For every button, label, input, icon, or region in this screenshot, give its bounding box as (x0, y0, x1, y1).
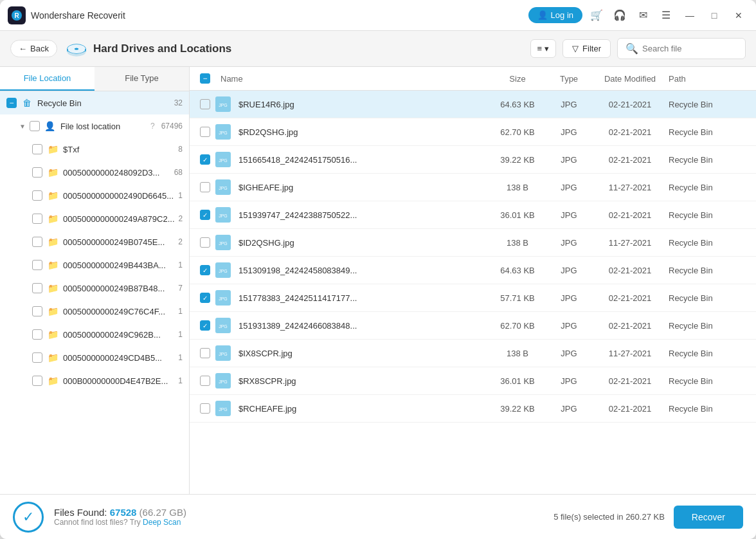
sidebar-item-checkbox-5[interactable] (32, 260, 42, 270)
folder-icon: 📁 (46, 166, 59, 179)
file-checkbox-10[interactable] (200, 376, 210, 386)
file-thumbnail: JPG (215, 262, 231, 278)
file-path: Recycle Bin (669, 376, 746, 386)
table-row[interactable]: JPG $RD2QSHG.jpg 62.70 KB JPG 02-21-2021… (190, 118, 756, 146)
table-row[interactable]: ✓ JPG 151939747_24242388750522... 36.01 … (190, 201, 756, 229)
table-row[interactable]: ✓ JPG 151309198_24242458083849... 64.63 … (190, 257, 756, 284)
sidebar-item[interactable]: 📁 00050000000249CD4B5... 1 (0, 346, 189, 369)
file-date: 02-21-2021 (591, 155, 669, 165)
file-checkbox-8[interactable]: ✓ (200, 320, 210, 331)
file-name: $RD2QSHG.jpg (236, 127, 489, 137)
file-thumbnail: JPG (215, 373, 231, 388)
file-size: 138 B (489, 238, 546, 248)
sidebar-item[interactable]: 📁 00050000000249C962B... 1 (0, 323, 189, 346)
headset-icon[interactable]: 🎧 (611, 6, 629, 24)
filter-icon: ▽ (572, 44, 579, 53)
titlebar-left: R Wondershare Recoverit (8, 6, 125, 24)
deep-scan-link[interactable]: Deep Scan (143, 518, 181, 527)
folder-icon: 📁 (46, 259, 59, 271)
file-checkbox-5[interactable] (200, 237, 210, 248)
minimize-button[interactable]: — (680, 6, 699, 25)
file-path: Recycle Bin (669, 321, 746, 331)
tab-file-location[interactable]: File Location (0, 67, 94, 91)
found-size: (66.27 GB) (140, 507, 186, 518)
login-button[interactable]: 👤 Log in (528, 7, 582, 23)
sidebar-item[interactable]: 📁 00050000000249B443BA... 1 (0, 253, 189, 277)
tab-file-type[interactable]: File Type (94, 67, 189, 91)
recover-button[interactable]: Recover (674, 506, 743, 529)
sidebar-item-checkbox-0[interactable] (32, 144, 42, 154)
sidebar-item[interactable]: 📁 00050000000002490D6645... 1 (0, 184, 189, 207)
table-row[interactable]: JPG $ID2QSHG.jpg 138 B JPG 11-27-2021 Re… (190, 229, 756, 257)
cart-icon[interactable]: 🛒 (588, 6, 606, 24)
search-box[interactable]: 🔍 (617, 38, 746, 59)
mail-icon[interactable]: ✉ (634, 6, 652, 24)
toolbar-title: Hard Drives and Locations (65, 37, 523, 60)
filter-button[interactable]: ▽ Filter (562, 39, 611, 58)
sidebar-item-label: 00050000000249B443BA... (63, 260, 174, 270)
col-header-size: Size (489, 74, 546, 84)
table-row[interactable]: ✓ JPG 151665418_24242451750516... 39.22 … (190, 146, 756, 174)
file-checkbox-3[interactable] (200, 182, 210, 192)
sidebar-item-checkbox-10[interactable] (32, 376, 42, 386)
file-lost-location-item[interactable]: ▼ 👤 File lost location ? 67496 (0, 114, 189, 138)
sidebar-item-count: 68 (174, 168, 183, 177)
sidebar-item[interactable]: 📁 00050000000249C76C4F... 1 (0, 300, 189, 323)
sidebar-item[interactable]: 📁 $Txf 8 (0, 138, 189, 161)
view-toggle-button[interactable]: ≡ ▾ (530, 39, 557, 58)
table-row[interactable]: JPG $RX8SCPR.jpg 36.01 KB JPG 02-21-2021… (190, 367, 756, 395)
sidebar-item-checkbox-2[interactable] (32, 190, 42, 201)
file-checkbox-11[interactable] (200, 403, 210, 414)
file-type: JPG (546, 293, 591, 303)
sidebar-item[interactable]: 📁 00050000000249B0745E... 2 (0, 230, 189, 253)
file-checkbox-2[interactable]: ✓ (200, 154, 210, 165)
file-checkbox-1[interactable] (200, 127, 210, 137)
recycle-bin-checkbox[interactable]: − (6, 98, 17, 108)
file-name: $IX8SCPR.jpg (236, 349, 489, 358)
menu-icon[interactable]: ☰ (657, 6, 675, 24)
search-input[interactable] (642, 44, 737, 53)
expand-arrow-icon[interactable]: ▼ (19, 123, 26, 130)
sidebar-item-count: 2 (179, 214, 183, 223)
table-row[interactable]: ✓ JPG 151931389_24242466083848... 62.70 … (190, 312, 756, 340)
table-row[interactable]: JPG $IGHEAFE.jpg 138 B JPG 11-27-2021 Re… (190, 174, 756, 201)
file-lost-checkbox[interactable] (30, 121, 40, 131)
sidebar-item[interactable]: 📁 00050000000248092D3... 68 (0, 161, 189, 184)
back-button[interactable]: ← Back (10, 40, 57, 57)
table-row[interactable]: JPG $IX8SCPR.jpg 138 B JPG 11-27-2021 Re… (190, 340, 756, 367)
file-checkbox-9[interactable] (200, 348, 210, 358)
sidebar-item-checkbox-3[interactable] (32, 214, 42, 224)
user-icon: 👤 (537, 10, 548, 20)
sidebar-item[interactable]: 📁 0005000000000249A879C2... 2 (0, 207, 189, 230)
recycle-bin-item[interactable]: − 🗑 Recycle Bin 32 (0, 91, 189, 114)
sidebar-item-checkbox-6[interactable] (32, 283, 42, 293)
table-row[interactable]: ✓ JPG 151778383_24242511417177... 57.71 … (190, 284, 756, 312)
file-name: $ID2QSHG.jpg (236, 238, 489, 248)
file-name: $RX8SCPR.jpg (236, 376, 489, 386)
sidebar-item-checkbox-4[interactable] (32, 237, 42, 247)
sidebar-item-count: 1 (178, 353, 183, 362)
file-name: 151939747_24242388750522... (236, 210, 489, 220)
sidebar-item-checkbox-1[interactable] (32, 167, 42, 178)
found-text: Files Found: 67528 (66.27 GB) (54, 507, 186, 518)
svg-point-7 (75, 48, 78, 50)
maximize-button[interactable]: □ (705, 6, 724, 25)
close-button[interactable]: ✕ (729, 6, 748, 25)
col-header-date: Date Modified (591, 74, 669, 84)
file-name: $IGHEAFE.jpg (236, 183, 489, 192)
sidebar-item[interactable]: 📁 00050000000249B87B48... 7 (0, 277, 189, 300)
sidebar-item[interactable]: 📁 000B00000000D4E47B2E... 1 (0, 369, 189, 392)
file-checkbox-4[interactable]: ✓ (200, 210, 210, 220)
table-row[interactable]: JPG $RCHEAFE.jpg 39.22 KB JPG 02-21-2021… (190, 395, 756, 423)
sidebar-item-checkbox-8[interactable] (32, 329, 42, 340)
header-checkbox[interactable]: − (200, 73, 210, 84)
file-checkbox-0[interactable] (200, 99, 210, 109)
bottom-right: 5 file(s) selected in 260.27 KB Recover (554, 506, 743, 529)
sidebar-item-checkbox-7[interactable] (32, 306, 42, 316)
file-checkbox-7[interactable]: ✓ (200, 293, 210, 303)
sidebar-item-checkbox-9[interactable] (32, 352, 42, 363)
svg-text:JPG: JPG (219, 214, 228, 218)
file-checkbox-6[interactable]: ✓ (200, 265, 210, 275)
view-icon: ≡ (537, 44, 543, 53)
table-row[interactable]: JPG $RUE14R6.jpg 64.63 KB JPG 02-21-2021… (190, 91, 756, 118)
